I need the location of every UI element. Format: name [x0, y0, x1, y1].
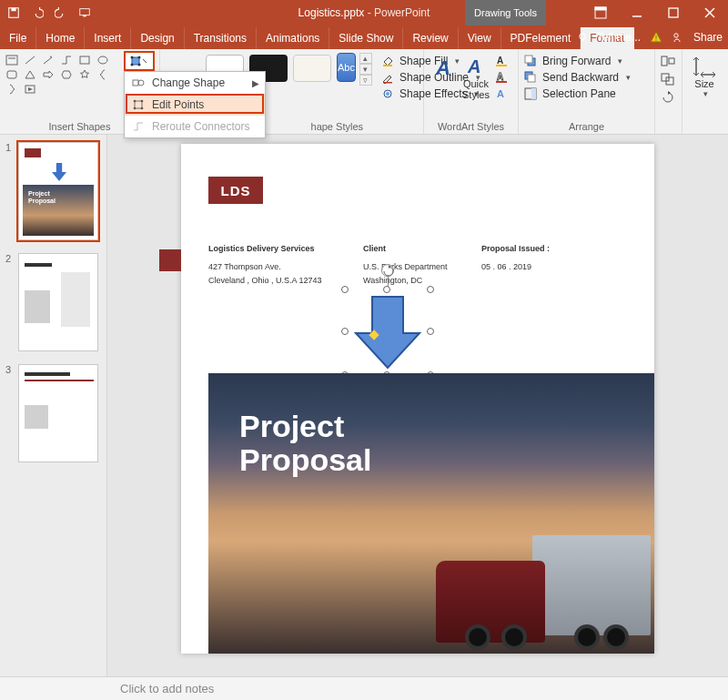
warning-icon[interactable]: [650, 31, 662, 44]
pen-icon: [381, 71, 394, 84]
gallery-up-icon[interactable]: ▴: [359, 53, 372, 64]
text-effects-icon[interactable]: A: [495, 87, 508, 100]
slide-thumbnails-pane[interactable]: 1 ProjectProposal 2 3: [0, 135, 107, 676]
text-outline-icon[interactable]: A: [495, 71, 508, 84]
quick-styles-button[interactable]: A Quick Styles: [459, 53, 493, 102]
shape-triangle-icon[interactable]: [24, 69, 36, 80]
menu-edit-points[interactable]: Edit Points: [125, 94, 265, 116]
appname-text: PowerPoint: [374, 6, 430, 19]
quick-access-toolbar: [0, 6, 98, 19]
selection-pane-button[interactable]: Selection Pane: [524, 87, 649, 100]
contextual-tab-label: Drawing Tools: [465, 0, 546, 25]
selected-arrow-shape[interactable]: [345, 289, 430, 375]
shape-rbrace-icon[interactable]: [5, 84, 18, 95]
shape-rarrow-icon[interactable]: [42, 69, 55, 80]
notes-pane[interactable]: Click to add notes: [0, 676, 728, 700]
svg-rect-3: [83, 15, 86, 17]
shape-oval-icon[interactable]: [96, 55, 109, 66]
shapes-gallery[interactable]: [5, 53, 122, 95]
shape-arrowline-icon[interactable]: [42, 55, 55, 66]
share-icon[interactable]: [672, 31, 684, 44]
tab-transitions[interactable]: Transitions: [185, 27, 257, 49]
shape-textbox-icon[interactable]: [5, 55, 18, 66]
menu-change-shape[interactable]: Change Shape ▶: [125, 72, 265, 94]
svg-point-53: [134, 100, 136, 103]
mini-arrow-icon: [52, 163, 66, 181]
start-from-beginning-icon[interactable]: [78, 6, 91, 19]
svg-rect-39: [525, 56, 532, 63]
thumb-3-wrap[interactable]: 3: [5, 364, 101, 462]
shape-star-icon[interactable]: [78, 69, 91, 80]
svg-text:A: A: [467, 56, 480, 76]
svg-rect-15: [6, 56, 17, 65]
size-button[interactable]: Size▾: [688, 53, 721, 100]
tab-view[interactable]: View: [459, 27, 501, 49]
shape-rect-icon[interactable]: [78, 55, 91, 66]
group-size: Size▾: [682, 49, 726, 134]
svg-point-54: [141, 100, 144, 103]
thumb-slide-2[interactable]: [18, 253, 98, 351]
redo-icon[interactable]: [55, 6, 67, 19]
text-fill-icon[interactable]: A: [495, 55, 508, 67]
svg-rect-19: [80, 56, 89, 64]
thumb-2-wrap[interactable]: 2: [5, 253, 101, 351]
svg-rect-36: [496, 81, 507, 83]
style-thumb-3[interactable]: [293, 55, 331, 82]
send-backward-button[interactable]: Send Backward▾: [524, 71, 649, 84]
gallery-down-icon[interactable]: ▾: [359, 64, 372, 75]
truck-cab-graphic: [436, 561, 545, 643]
group-icon[interactable]: [661, 73, 675, 86]
close-icon[interactable]: [692, 0, 728, 25]
svg-point-31: [386, 92, 389, 96]
bring-forward-button[interactable]: Bring Forward▾: [524, 55, 649, 67]
shape-elbow-icon[interactable]: [60, 55, 73, 66]
share-button[interactable]: Share: [693, 31, 723, 44]
tab-review[interactable]: Review: [403, 27, 458, 49]
handle-nw[interactable]: [341, 286, 349, 293]
maximize-icon[interactable]: [655, 0, 692, 25]
thumb-1-wrap[interactable]: 1 ProjectProposal: [5, 142, 101, 240]
ribbon-display-options-icon[interactable]: [582, 0, 619, 25]
minimize-icon[interactable]: [619, 0, 655, 25]
thumb-slide-3[interactable]: [18, 364, 98, 462]
shape-action-icon[interactable]: [24, 84, 36, 95]
shape-hexagon-icon[interactable]: [60, 69, 73, 80]
svg-rect-23: [132, 57, 139, 65]
svg-rect-28: [383, 65, 392, 66]
tab-design[interactable]: Design: [131, 27, 184, 49]
slide-canvas-area[interactable]: LDS Logistics Delivery Services 427 Thom…: [107, 135, 728, 676]
handle-ne[interactable]: [427, 286, 434, 293]
svg-point-55: [134, 107, 136, 110]
shape-lbrace-icon[interactable]: [96, 69, 109, 80]
svg-rect-1: [11, 8, 15, 12]
tell-me-text[interactable]: Tell me...: [597, 31, 641, 44]
tab-slideshow[interactable]: Slide Show: [329, 27, 403, 49]
tab-animations[interactable]: Animations: [257, 27, 329, 49]
handle-n[interactable]: [383, 286, 390, 293]
rotate-icon[interactable]: [661, 91, 675, 104]
tab-pdfelement[interactable]: PDFelement: [501, 27, 581, 49]
edit-shape-button[interactable]: [124, 51, 155, 71]
shape-roundrect-icon[interactable]: [5, 69, 18, 80]
tab-file[interactable]: File: [0, 27, 36, 49]
svg-rect-50: [133, 80, 138, 86]
tell-me-icon[interactable]: [577, 32, 588, 43]
filename-text: Logistics.pptx: [298, 6, 365, 19]
svg-rect-12: [655, 36, 656, 39]
tab-insert[interactable]: Insert: [85, 27, 131, 49]
style-thumb-abc[interactable]: Abc: [337, 53, 356, 82]
group-wordart-styles: A A Quick Styles A A A WordArt Styles: [424, 49, 519, 134]
align-icon[interactable]: [661, 55, 675, 67]
info-col-company: Logistics Delivery Services 427 Thompson…: [208, 242, 322, 287]
wordart-sample-icon[interactable]: A: [430, 53, 457, 84]
undo-icon[interactable]: [31, 6, 44, 19]
size-icon: [693, 55, 716, 78]
svg-line-18: [44, 57, 52, 64]
gallery-more-icon[interactable]: ▿: [359, 75, 372, 86]
tab-home[interactable]: Home: [36, 27, 85, 49]
shape-line-icon[interactable]: [24, 55, 36, 66]
save-icon[interactable]: [7, 6, 20, 19]
thumb-slide-1[interactable]: ProjectProposal: [18, 142, 98, 240]
handle-e[interactable]: [427, 328, 434, 335]
handle-w[interactable]: [341, 328, 349, 335]
